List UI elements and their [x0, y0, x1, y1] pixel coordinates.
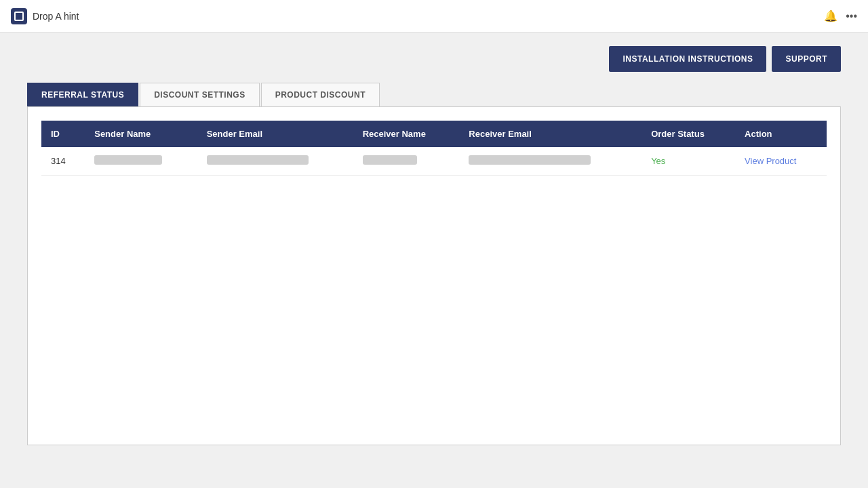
app-title: Drop A hint: [33, 11, 79, 22]
col-header-sender-name: Sender Name: [85, 121, 197, 147]
sender-name-placeholder: [94, 155, 162, 165]
installation-instructions-button[interactable]: INSTALLATION INSTRUCTIONS: [609, 46, 766, 72]
col-header-receiver-email: Receiver Email: [459, 121, 642, 147]
cell-receiver-name: [353, 147, 460, 176]
table-row: 314 Yes: [41, 147, 827, 176]
tab-discount-settings[interactable]: DISCOUNT SETTINGS: [140, 83, 260, 106]
cell-sender-email: [197, 147, 353, 176]
cell-order-status: Yes: [642, 147, 735, 176]
view-product-link[interactable]: View Product: [745, 156, 796, 166]
order-status-value: Yes: [651, 156, 665, 166]
col-header-action: Action: [735, 121, 827, 147]
tab-referral-status[interactable]: REFERRAL STATUS: [27, 83, 138, 106]
app-icon-inner: [14, 12, 24, 21]
cell-id: 314: [41, 147, 85, 176]
cell-receiver-email: [459, 147, 642, 176]
col-header-sender-email: Sender Email: [197, 121, 353, 147]
top-bar-actions: 🔔 •••: [824, 9, 857, 22]
receiver-email-placeholder: [469, 155, 591, 165]
referral-table: ID Sender Name Sender Email Receiver Nam…: [41, 121, 827, 176]
cell-sender-name: [85, 147, 197, 176]
table-container: ID Sender Name Sender Email Receiver Nam…: [27, 106, 841, 445]
col-header-receiver-name: Receiver Name: [353, 121, 460, 147]
more-options-icon[interactable]: •••: [846, 10, 857, 22]
cell-action: View Product: [735, 147, 827, 176]
app-icon: [11, 8, 27, 24]
col-header-order-status: Order Status: [642, 121, 735, 147]
table-header-row: ID Sender Name Sender Email Receiver Nam…: [41, 121, 827, 147]
main-content: REFERRAL STATUS DISCOUNT SETTINGS PRODUC…: [0, 83, 868, 445]
header-area: INSTALLATION INSTRUCTIONS SUPPORT: [0, 33, 868, 83]
sender-email-placeholder: [207, 155, 309, 165]
tab-product-discount[interactable]: PRODUCT DISCOUNT: [261, 83, 380, 106]
support-button[interactable]: SUPPORT: [772, 46, 841, 72]
col-header-id: ID: [41, 121, 85, 147]
top-bar: Drop A hint 🔔 •••: [0, 0, 868, 33]
receiver-name-placeholder: [363, 155, 417, 165]
app-logo-area: Drop A hint: [11, 8, 79, 24]
tabs-container: REFERRAL STATUS DISCOUNT SETTINGS PRODUC…: [27, 83, 841, 106]
bell-icon[interactable]: 🔔: [824, 9, 837, 22]
